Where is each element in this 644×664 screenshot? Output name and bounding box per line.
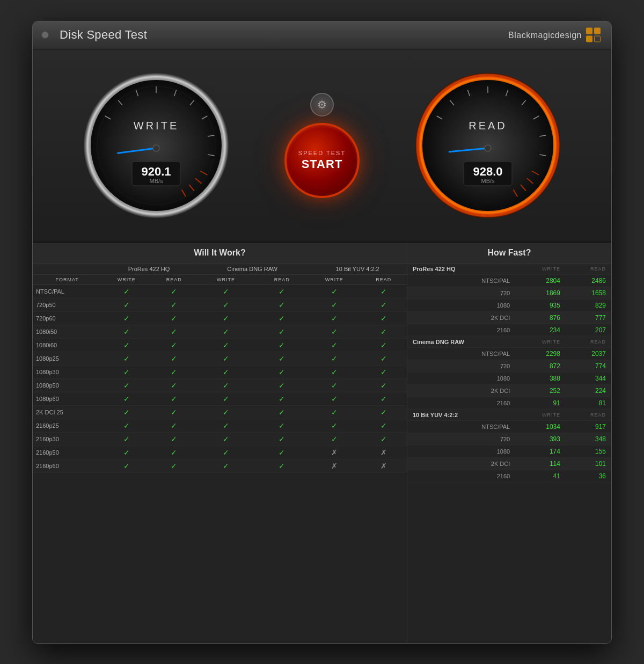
table-cell: ✓ — [196, 446, 255, 459]
close-button[interactable] — [41, 31, 49, 39]
brand-square-4 — [594, 36, 601, 42]
hf-row-label: 2K DCI — [407, 457, 515, 470]
hf-row-label: NTSC/PAL — [407, 274, 515, 287]
table-cell: ✓ — [360, 419, 407, 432]
start-button[interactable]: SPEED TEST START — [284, 123, 360, 198]
table-cell: ✓ — [255, 459, 308, 472]
hf-write-value: 91 — [515, 397, 566, 409]
hf-write-value: 234 — [515, 324, 566, 336]
table-cell: ✓ — [152, 392, 196, 405]
table-cell: ✓ — [360, 432, 407, 446]
table-cell: ✓ — [255, 432, 308, 446]
start-label-line1: SPEED TEST — [298, 149, 346, 157]
hf-write-value: 393 — [515, 433, 566, 445]
hf-row-label: 1080 — [407, 372, 515, 384]
table-cell: ✓ — [196, 405, 255, 419]
hf-read-value: 777 — [566, 311, 611, 324]
brand-logo: Blackmagicdesign — [508, 28, 601, 42]
table-cell: ✓ — [152, 311, 196, 325]
table-row: 1080p30✓✓✓✓✓✓ — [33, 365, 407, 378]
read-gauge-wrapper: READ 928.0 MB/s — [413, 70, 563, 221]
hf-read-label: READ — [566, 409, 611, 420]
prores-header: ProRes 422 HQ — [101, 264, 196, 275]
brand-square-2 — [594, 28, 601, 34]
table-cell: 2160p25 — [33, 419, 101, 432]
hf-read-value: 207 — [566, 324, 611, 336]
hf-write-value: 935 — [515, 299, 566, 311]
hf-read-label: READ — [566, 264, 611, 275]
table-cell: ✓ — [196, 352, 255, 365]
hf-read-value: 36 — [566, 470, 611, 482]
table-cell: ✓ — [308, 284, 360, 298]
hf-row-label: 720 — [407, 433, 515, 445]
hf-data-row: 2K DCI 876 777 — [407, 311, 611, 324]
table-cell: ✓ — [360, 392, 407, 405]
table-cell: ✓ — [196, 325, 255, 338]
brand-name: Blackmagicdesign — [508, 30, 582, 40]
svg-point-39 — [485, 145, 491, 151]
table-row: 1080p60✓✓✓✓✓✓ — [33, 392, 407, 405]
hf-data-row: 2K DCI 252 224 — [407, 384, 611, 397]
hf-section-header-row: 10 Bit YUV 4:2:2 WRITE READ — [407, 409, 611, 420]
hf-read-value: 344 — [566, 372, 611, 384]
hf-row-label: 2160 — [407, 470, 515, 482]
hf-write-value: 388 — [515, 372, 566, 384]
hf-write-label: WRITE — [515, 409, 566, 420]
table-cell: ✓ — [308, 405, 360, 419]
svg-text:MB/s: MB/s — [481, 178, 495, 184]
hf-read-value: 2486 — [566, 274, 611, 287]
hf-section-name: Cinema DNG RAW — [407, 336, 515, 347]
how-fast-panel: How Fast? ProRes 422 HQ WRITE READ NTSC/… — [407, 243, 611, 644]
table-cell: ✓ — [152, 338, 196, 352]
table-cell: ✓ — [360, 338, 407, 352]
table-cell: ✓ — [255, 405, 308, 419]
how-fast-header: How Fast? — [407, 243, 611, 264]
table-row: 2K DCI 25✓✓✓✓✓✓ — [33, 405, 407, 419]
hf-row-label: 2160 — [407, 397, 515, 409]
hf-section-name: ProRes 422 HQ — [407, 264, 515, 275]
table-cell: ✓ — [101, 405, 151, 419]
hf-row-label: NTSC/PAL — [407, 347, 515, 360]
hf-write-value: 876 — [515, 311, 566, 324]
hf-read-value: 224 — [566, 384, 611, 397]
table-row: 1080i60✓✓✓✓✓✓ — [33, 338, 407, 352]
table-row: 720p60✓✓✓✓✓✓ — [33, 311, 407, 325]
table-cell: ✓ — [196, 284, 255, 298]
how-fast-table: ProRes 422 HQ WRITE READ NTSC/PAL 2804 2… — [407, 264, 611, 483]
table-cell: ✓ — [255, 446, 308, 459]
hf-data-row: 2160 41 36 — [407, 470, 611, 482]
table-cell: 1080i50 — [33, 325, 101, 338]
cinema-write-header: WRITE — [196, 274, 255, 284]
hf-write-value: 252 — [515, 384, 566, 397]
hf-read-value: 155 — [566, 445, 611, 457]
gauge-section: WRITE 920.1 MB/s ⚙ SPEED TEST START — [33, 49, 611, 243]
svg-point-17 — [153, 145, 159, 151]
table-cell: ✗ — [308, 459, 360, 472]
table-cell: 2160p30 — [33, 432, 101, 446]
svg-text:READ: READ — [469, 120, 508, 132]
svg-text:WRITE: WRITE — [133, 120, 178, 132]
settings-button[interactable]: ⚙ — [310, 93, 334, 116]
app-window: Disk Speed Test Blackmagicdesign — [32, 21, 612, 644]
table-cell: ✓ — [360, 378, 407, 392]
table-cell: ✓ — [196, 392, 255, 405]
table-cell: ✓ — [308, 325, 360, 338]
svg-text:920.1: 920.1 — [141, 165, 171, 178]
table-cell: ✓ — [360, 365, 407, 378]
table-cell: ✓ — [308, 392, 360, 405]
hf-read-value: 1658 — [566, 287, 611, 299]
hf-read-value: 81 — [566, 397, 611, 409]
table-cell: ✓ — [360, 325, 407, 338]
hf-read-value: 348 — [566, 433, 611, 445]
table-cell: ✓ — [152, 446, 196, 459]
table-row: 2160p25✓✓✓✓✓✓ — [33, 419, 407, 432]
table-cell: ✓ — [360, 298, 407, 311]
format-sub-header: FORMAT — [33, 274, 101, 284]
table-cell: 720p60 — [33, 311, 101, 325]
hf-row-label: 1080 — [407, 445, 515, 457]
cinema-header: Cinema DNG RAW — [196, 264, 308, 275]
table-cell: ✓ — [360, 284, 407, 298]
table-cell: ✓ — [360, 352, 407, 365]
hf-data-row: 720 393 348 — [407, 433, 611, 445]
data-section: Will It Work? ProRes 422 HQ Cinema DNG R… — [33, 243, 611, 644]
